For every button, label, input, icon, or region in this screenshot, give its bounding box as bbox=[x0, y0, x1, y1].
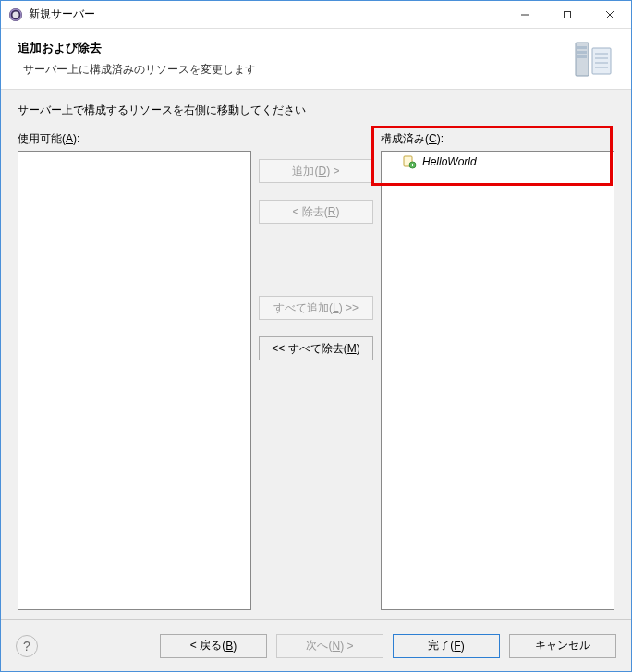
svg-rect-9 bbox=[577, 51, 587, 54]
finish-button[interactable]: 完了(F) bbox=[393, 634, 500, 658]
available-listbox[interactable] bbox=[18, 151, 251, 610]
add-button[interactable]: 追加(D) > bbox=[259, 159, 373, 183]
app-icon bbox=[8, 7, 23, 22]
banner-text: 追加および除去 サーバー上に構成済みのリソースを変更します bbox=[18, 40, 563, 78]
cancel-button[interactable]: キャンセル bbox=[509, 634, 616, 658]
list-item[interactable]: HelloWorld bbox=[382, 152, 614, 172]
banner-subtitle: サーバー上に構成済みのリソースを変更します bbox=[23, 62, 563, 78]
content-area: サーバー上で構成するリソースを右側に移動してください 使用可能(A): 追加(D… bbox=[1, 90, 631, 619]
available-label: 使用可能(A): bbox=[18, 131, 251, 147]
button-bar: ? < 戻る(B) 次へ(N) > 完了(F) キャンセル bbox=[1, 619, 631, 671]
module-icon bbox=[402, 154, 417, 169]
transfer-buttons: 追加(D) > < 除去(R) すべて追加(L) >> << すべて除去(M) bbox=[251, 131, 381, 610]
instruction-text: サーバー上で構成するリソースを右側に移動してください bbox=[18, 103, 614, 118]
svg-rect-10 bbox=[577, 55, 587, 58]
svg-point-1 bbox=[13, 11, 19, 18]
configured-label: 構成済み(C): bbox=[381, 131, 614, 147]
svg-rect-11 bbox=[592, 48, 611, 74]
server-icon bbox=[570, 37, 614, 81]
wizard-banner: 追加および除去 サーバー上に構成済みのリソースを変更します bbox=[1, 29, 631, 90]
next-button[interactable]: 次へ(N) > bbox=[276, 634, 383, 658]
remove-button[interactable]: < 除去(R) bbox=[259, 200, 373, 224]
minimize-button[interactable] bbox=[504, 1, 546, 29]
help-button[interactable]: ? bbox=[16, 635, 38, 657]
back-button[interactable]: < 戻る(B) bbox=[160, 634, 267, 658]
window-title: 新規サーバー bbox=[29, 6, 504, 22]
svg-rect-4 bbox=[565, 11, 571, 18]
available-column: 使用可能(A): bbox=[18, 131, 251, 610]
add-all-button[interactable]: すべて追加(L) >> bbox=[259, 296, 373, 320]
titlebar: 新規サーバー bbox=[1, 1, 631, 29]
list-item-label: HelloWorld bbox=[422, 155, 477, 168]
banner-title: 追加および除去 bbox=[18, 40, 563, 56]
window-controls bbox=[504, 1, 631, 29]
maximize-button[interactable] bbox=[546, 1, 589, 29]
remove-all-button[interactable]: << すべて除去(M) bbox=[259, 336, 373, 360]
configured-column: 構成済み(C): HelloWorld bbox=[381, 131, 614, 610]
dialog-window: 新規サーバー 追加および除去 サーバー上に構成済みのリソースを変更します bbox=[0, 0, 632, 672]
configured-listbox[interactable]: HelloWorld bbox=[381, 151, 614, 610]
svg-rect-8 bbox=[577, 46, 587, 49]
transfer-panel: 使用可能(A): 追加(D) > < 除去(R) すべて追加(L) >> << … bbox=[18, 131, 614, 610]
close-button[interactable] bbox=[589, 1, 631, 29]
